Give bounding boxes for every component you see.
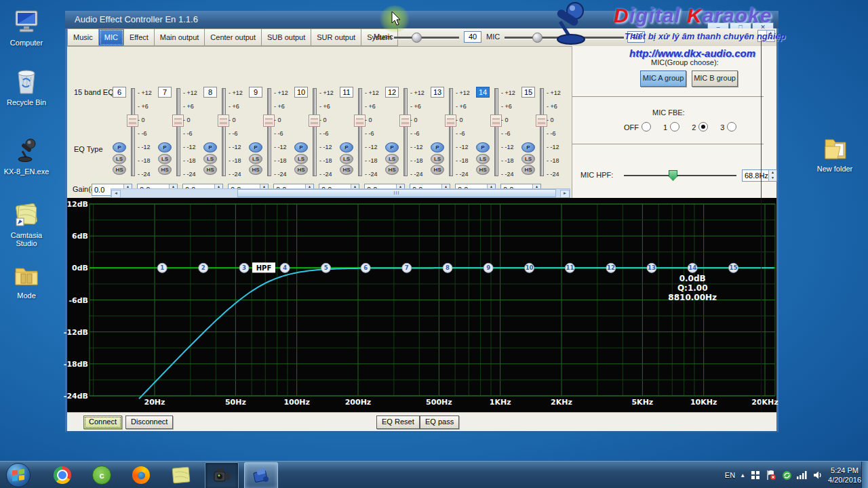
desktop-icon-camtasia[interactable]: Camtasia Studio — [1, 201, 52, 247]
hidden-icons-arrow[interactable]: ▲ — [740, 472, 745, 479]
band-slider-track[interactable] — [222, 88, 226, 176]
band-slider-thumb[interactable] — [399, 115, 411, 127]
safely-remove-icon[interactable] — [781, 470, 792, 481]
network-signal-icon[interactable] — [797, 470, 808, 481]
band-number[interactable]: 8 — [203, 87, 217, 98]
band-number[interactable]: 12 — [385, 87, 399, 98]
band-slider-thumb[interactable] — [218, 115, 229, 127]
eq-type-p-button[interactable]: P — [340, 142, 353, 152]
band-slider-thumb[interactable] — [490, 115, 502, 127]
eq-type-ls-button[interactable]: LS — [431, 154, 444, 164]
eq-type-ls-button[interactable]: LS — [203, 154, 217, 164]
band-slider-track[interactable] — [267, 88, 271, 176]
eq-reset-button[interactable]: EQ Reset — [376, 415, 420, 429]
music-slider-track[interactable] — [394, 37, 459, 39]
eq-type-hs-button[interactable]: HS — [385, 165, 399, 175]
eq-type-p-button[interactable]: P — [521, 142, 535, 152]
spinner-arrows[interactable]: ▲▼ — [768, 170, 776, 181]
band-number[interactable]: 9 — [249, 87, 262, 98]
mic-a-group-button[interactable]: MIC A group — [640, 70, 686, 87]
band-number[interactable]: 6 — [113, 87, 126, 98]
band-number[interactable]: 14 — [476, 87, 490, 98]
eq-type-p-button[interactable]: P — [294, 142, 308, 152]
eq-type-ls-button[interactable]: LS — [340, 154, 353, 164]
show-desktop-button[interactable] — [861, 462, 868, 488]
band-slider-track[interactable] — [131, 88, 135, 176]
taskbar-firefox[interactable] — [126, 462, 156, 488]
fbe-option-1[interactable]: 1 — [663, 122, 679, 131]
mic-b-group-button[interactable]: MIC B group — [692, 70, 738, 87]
mic-hpf-value-spinbox[interactable]: 68.8Hz ▲▼ — [742, 169, 777, 182]
band-slider-thumb[interactable] — [127, 115, 138, 127]
band-slider-thumb[interactable] — [172, 115, 184, 127]
eq-type-p-button[interactable]: P — [249, 142, 262, 152]
eq-type-ls-button[interactable]: LS — [294, 154, 308, 164]
eq-pass-button[interactable]: EQ pass — [420, 415, 459, 429]
radio-button[interactable] — [642, 122, 651, 131]
eq-type-ls-button[interactable]: LS — [385, 154, 399, 164]
eq-type-p-button[interactable]: P — [476, 142, 490, 152]
eq-type-hs-button[interactable]: HS — [431, 165, 444, 175]
eq-type-ls-button[interactable]: LS — [158, 154, 172, 164]
taskbar-chrome[interactable] — [47, 462, 77, 488]
tab-center-output[interactable]: Center output — [205, 28, 262, 46]
tab-sub-output[interactable]: SUB output — [262, 28, 311, 46]
connect-button[interactable]: Connect — [83, 415, 122, 429]
fbe-option-2[interactable]: 2 — [692, 122, 708, 131]
eq-type-hs-button[interactable]: HS — [294, 165, 308, 175]
eq-response-graph[interactable]: 12dB6dB0dB-6dB-12dB-18dB-24dB20Hz50Hz100… — [67, 198, 776, 412]
radio-button[interactable] — [698, 122, 708, 131]
eq-type-hs-button[interactable]: HS — [340, 165, 353, 175]
band-slider-track[interactable] — [540, 88, 544, 176]
scrollbar-thumb[interactable]: III — [237, 189, 556, 197]
band-number[interactable]: 15 — [521, 87, 535, 98]
eq-type-p-button[interactable]: P — [113, 142, 126, 152]
fbe-option-off[interactable]: OFF — [624, 122, 651, 131]
desktop-icon-computer[interactable]: Computer — [1, 8, 52, 47]
eq-type-hs-button[interactable]: HS — [158, 165, 172, 175]
band-slider-track[interactable] — [313, 88, 317, 176]
eq-type-hs-button[interactable]: HS — [203, 165, 217, 175]
mic-hpf-slider-thumb[interactable] — [669, 170, 677, 181]
taskbar-sticky-notes[interactable] — [165, 462, 197, 488]
desktop-icon-mode[interactable]: Mode — [1, 261, 52, 300]
tab-effect[interactable]: Effect — [124, 28, 155, 46]
scroll-left-arrow[interactable]: ◄ — [111, 190, 121, 198]
action-center-flag-icon[interactable] — [766, 470, 776, 481]
eq-type-p-button[interactable]: P — [431, 142, 444, 152]
eq-type-hs-button[interactable]: HS — [249, 165, 262, 175]
band-slider-thumb[interactable] — [445, 115, 456, 127]
music-slider-thumb[interactable] — [412, 33, 422, 43]
band-number[interactable]: 13 — [431, 87, 444, 98]
eq-type-hs-button[interactable]: HS — [113, 165, 126, 175]
tab-music[interactable]: Music — [67, 28, 99, 46]
disconnect-button[interactable]: Disconnect — [125, 415, 173, 429]
band-slider-track[interactable] — [358, 88, 362, 176]
band-slider-track[interactable] — [494, 88, 498, 176]
band-slider-track[interactable] — [176, 88, 180, 176]
eq-type-ls-button[interactable]: LS — [521, 154, 535, 164]
tab-sur-output[interactable]: SUR output — [311, 28, 361, 46]
tab-main-output[interactable]: Main output — [155, 28, 205, 46]
taskbar-coccoc[interactable]: c — [87, 462, 117, 488]
mic-hpf-slider-track[interactable] — [624, 175, 736, 176]
volume-icon[interactable] — [812, 470, 823, 481]
band-slider-thumb[interactable] — [263, 115, 275, 127]
band-number[interactable]: 11 — [340, 87, 353, 98]
band-slider-thumb[interactable] — [536, 115, 547, 127]
band-slider-track[interactable] — [403, 88, 408, 176]
eq-type-ls-button[interactable]: LS — [476, 154, 490, 164]
band-number[interactable]: 7 — [158, 87, 172, 98]
band-slider-thumb[interactable] — [309, 115, 320, 127]
eq-type-p-button[interactable]: P — [385, 142, 399, 152]
start-button[interactable] — [4, 462, 33, 488]
desktop-icon-new-folder[interactable]: New folder — [810, 134, 860, 173]
radio-button[interactable] — [727, 122, 736, 131]
taskbar-clock[interactable]: 5:24 PM 4/20/2016 — [828, 466, 861, 485]
eq-type-p-button[interactable]: P — [203, 142, 217, 152]
tab-mic[interactable]: MIC — [99, 28, 124, 46]
eq-type-hs-button[interactable]: HS — [521, 165, 535, 175]
desktop-icon-kx8[interactable]: KX-8_EN.exe — [1, 137, 52, 176]
language-indicator[interactable]: EN — [725, 471, 735, 479]
desktop-icon-recycle-bin[interactable]: Recycle Bin — [1, 68, 52, 106]
